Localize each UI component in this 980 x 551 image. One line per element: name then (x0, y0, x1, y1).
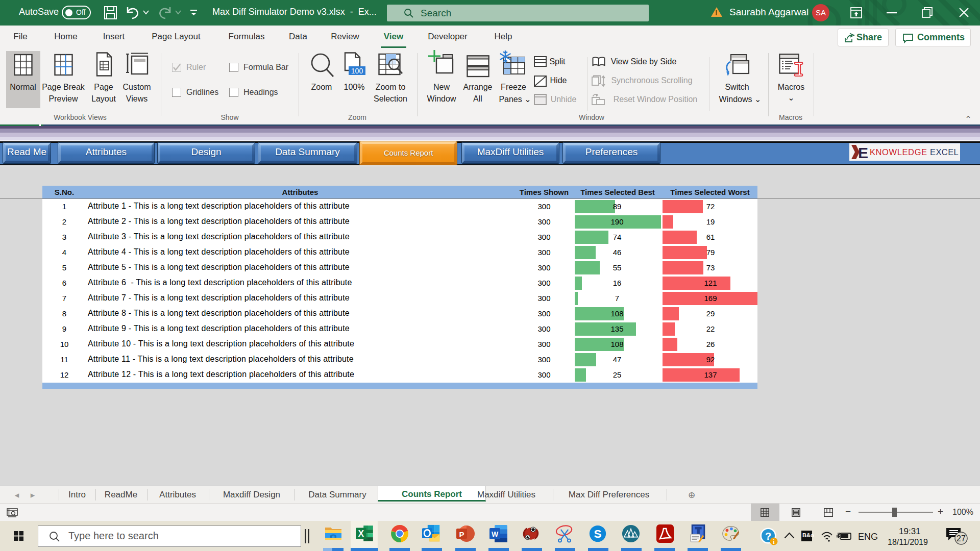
svg-text:EXCEL: EXCEL (930, 147, 959, 157)
svg-text:X: X (358, 529, 364, 539)
svg-text:E: E (858, 144, 868, 161)
svg-text:KNOWLEDGE: KNOWLEDGE (870, 147, 927, 157)
svg-text:S: S (594, 527, 601, 540)
svg-text:W: W (492, 530, 499, 538)
svg-text:27: 27 (957, 534, 966, 543)
svg-text:P: P (459, 530, 464, 539)
svg-text:100: 100 (351, 67, 363, 75)
